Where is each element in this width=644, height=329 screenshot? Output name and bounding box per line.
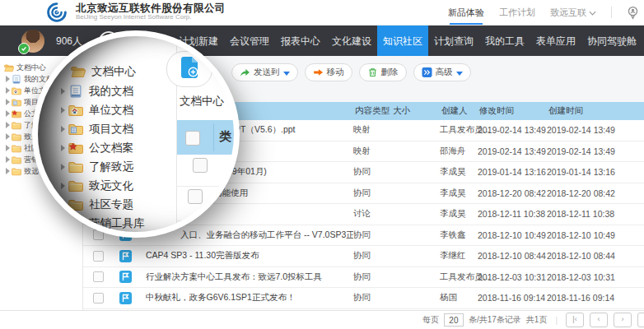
lens-tree-root[interactable]: 文档中心 — [71, 64, 136, 79]
expand-arrow-icon[interactable] — [6, 133, 10, 140]
trash-icon — [367, 67, 378, 77]
content-type: 协同 — [353, 292, 391, 304]
lens-row-checkbox[interactable] — [188, 189, 203, 204]
folder-icon — [12, 132, 21, 141]
lens-tree-item[interactable]: 单位文档 — [61, 100, 145, 119]
document-title[interactable]: CAP4 SP3 - 11.30完善版发布 — [146, 250, 353, 262]
expand-arrow-icon[interactable] — [6, 145, 10, 151]
expand-arrow-icon[interactable] — [61, 202, 65, 208]
folder-icon — [12, 121, 21, 130]
top-link[interactable]: 致远互联 — [550, 7, 596, 19]
expand-arrow-icon[interactable] — [61, 88, 65, 95]
page-button[interactable]: ›| — [637, 313, 644, 327]
expand-arrow-icon[interactable] — [6, 110, 10, 117]
nav-tab[interactable]: 报表中心 — [275, 25, 326, 57]
document-icon — [113, 292, 146, 304]
lens-tree-item[interactable]: 项目文档 — [61, 119, 145, 138]
column-size[interactable]: 大小 — [391, 105, 440, 117]
toolbar-button[interactable]: 删除 — [359, 63, 407, 81]
expand-arrow-icon[interactable] — [61, 107, 65, 114]
nav-tab[interactable]: 表单应用 — [530, 25, 581, 57]
toolbar-button[interactable]: 高级 — [413, 63, 471, 81]
nav-tab[interactable]: 会议管理 — [224, 25, 275, 57]
folder-icon — [12, 155, 21, 164]
lens-row-checkbox[interactable] — [193, 158, 208, 173]
lens-folder-tab[interactable]: 文档中心 — [180, 94, 224, 109]
move-icon — [313, 67, 324, 77]
top-link[interactable]: 新品体验 — [448, 7, 484, 19]
modified-time: 2019-02-14 13:49 — [478, 125, 547, 135]
page-count: 共1页 — [526, 314, 548, 326]
divider: | — [555, 316, 558, 325]
modified-time: 2018-11-16 09:14 — [478, 293, 547, 303]
created-time: 2019-02-14 13:49 — [547, 146, 644, 156]
expand-arrow-icon[interactable] — [61, 183, 65, 189]
table-row[interactable]: CAP4 SP3 - 11.30完善版发布 协同 李继红 2018-12-10 … — [83, 246, 644, 267]
lens-tree-item[interactable]: 公文档案 — [61, 138, 145, 157]
row-checkbox[interactable] — [93, 271, 104, 282]
toolbar-button[interactable]: 移动 — [305, 63, 352, 81]
expand-arrow-icon[interactable] — [61, 164, 65, 170]
app-window: 北京致远互联软件股份有限公司 BeiJing Seeyon Internet S… — [0, 0, 644, 329]
content-type: 协同 — [353, 250, 391, 262]
expand-arrow-icon[interactable] — [6, 87, 10, 94]
top-links: 新品体验 工作计划 致远互联 — [448, 0, 639, 25]
nav-tab[interactable]: 我的工具 — [479, 25, 530, 57]
column-creator[interactable]: 创建人 — [440, 105, 478, 117]
creator: 李成昊 — [440, 188, 478, 199]
folder-icon — [68, 198, 83, 211]
page-button[interactable]: › — [614, 313, 632, 327]
column-content-type[interactable]: 内容类型 — [353, 105, 391, 117]
star-folder-icon — [12, 109, 21, 118]
column-modified[interactable]: 修改时间 — [478, 105, 547, 117]
lens-tree-item[interactable]: 社区专题 — [61, 195, 145, 214]
created-time: 2018-11-16 09:14 — [547, 293, 644, 303]
nav-tab[interactable]: 协同驾驶舱 — [581, 25, 642, 57]
toolbar-button[interactable]: 发送到 — [231, 63, 298, 81]
expand-arrow-icon[interactable] — [6, 156, 10, 163]
lens-tree-item[interactable]: 致远文化 — [61, 176, 145, 195]
caret-down-icon — [283, 67, 290, 77]
lens-header-fragment: 类 — [219, 129, 231, 145]
document-title[interactable]: 中秋献礼，政务G6V6.1SP1正式发布！ — [146, 292, 353, 304]
online-check-icon — [18, 43, 30, 54]
expand-arrow-icon[interactable] — [6, 168, 10, 174]
page-button[interactable]: ‹ — [590, 313, 608, 327]
expand-arrow-icon[interactable] — [6, 122, 10, 128]
contact-pin-icon[interactable] — [627, 6, 639, 20]
page-size-input[interactable] — [444, 313, 464, 327]
document-title[interactable]: 入口、业务融合的移动工作平台 -- V7.0SP3正式发布 — [146, 229, 353, 241]
content-type: 协同 — [353, 271, 391, 283]
user-avatar[interactable] — [21, 30, 44, 53]
nav-tab[interactable]: 文化建设 — [326, 25, 377, 57]
column-created[interactable]: 创建时间 — [547, 105, 644, 117]
document-title[interactable]: 行业解决方案中心工具发布：致远7.0投标工具 — [146, 271, 353, 283]
top-link[interactable]: 工作计划 — [499, 7, 535, 19]
page-button[interactable]: |‹ — [566, 313, 584, 327]
expand-arrow-icon[interactable] — [6, 99, 10, 105]
expand-arrow-icon[interactable] — [61, 126, 65, 132]
modified-time: 2018-12-20 08:42 — [478, 188, 547, 198]
lens-tree-item[interactable]: 我的文档 — [61, 81, 145, 100]
expand-arrow-icon[interactable] — [6, 76, 10, 82]
document-icon — [113, 250, 146, 262]
lens-tree: 我的文档 单位文档 项目文档 公文档案 — [61, 81, 145, 233]
created-time: 2018-12-11 10:38 — [547, 209, 644, 219]
table-row[interactable]: 行业解决方案中心工具发布：致远7.0投标工具 协同 工具发布员... 2018-… — [83, 267, 644, 289]
nav-tab[interactable]: 计划查询 — [428, 25, 479, 57]
user-count[interactable]: 906人 — [56, 35, 82, 49]
row-checkbox[interactable] — [93, 293, 104, 304]
table-row[interactable]: 中秋献礼，政务G6V6.1SP1正式发布！ 协同 杨国 2018-11-16 0… — [83, 288, 644, 309]
nav-tab[interactable]: 知识社区 — [377, 25, 428, 57]
created-time: 2019-02-14 13:49 — [547, 125, 644, 135]
advanced-icon — [422, 67, 432, 77]
document-icon — [12, 75, 21, 84]
folder-icon — [68, 160, 83, 174]
expand-arrow-icon[interactable] — [61, 145, 65, 151]
row-checkbox[interactable] — [93, 251, 104, 262]
modified-time: 2019-02-14 13:49 — [478, 146, 547, 156]
creator: 李继红 — [440, 250, 478, 262]
content-type: 映射 — [353, 124, 391, 136]
lens-tree-item[interactable]: 了解致远 — [61, 157, 145, 176]
lens-select-all-checkbox[interactable] — [185, 131, 200, 146]
